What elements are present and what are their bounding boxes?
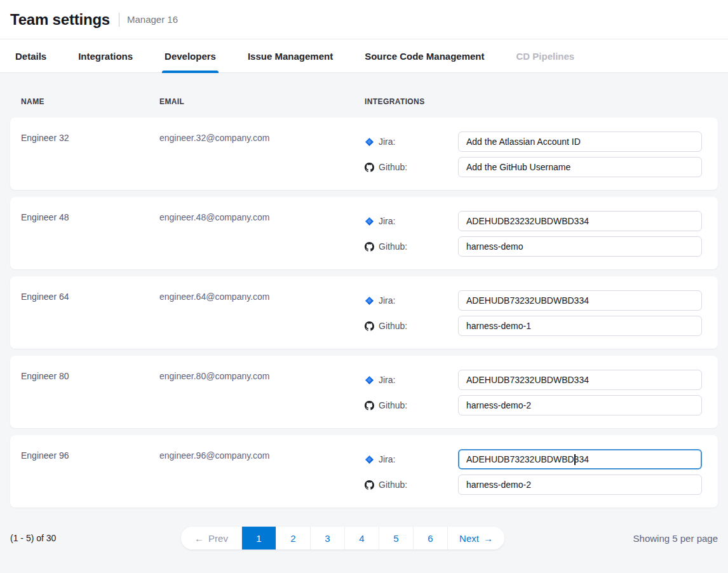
developer-email: engineer.32@company.com [159,131,365,190]
table-row: Engineer 96 engineer.96@company.com Jira… [10,435,718,508]
jira-label: Jira: [379,137,395,147]
developer-email: engineer.96@company.com [159,449,365,508]
page-subtitle: Manager 16 [127,14,178,25]
tab-source-code-management[interactable]: Source Code Management [365,39,484,73]
column-header-integrations: Integrations [365,97,728,106]
column-header-name: Name [21,97,159,106]
table-row: Engineer 48 engineer.48@company.com Jira… [10,197,718,269]
tabbar: Details Integrations Developers Issue Ma… [0,39,728,73]
jira-label: Jira: [379,454,395,464]
next-page-button[interactable]: Next → [447,527,504,549]
left-arrow-icon: ← [194,533,204,544]
per-page-text: Showing 5 per page [504,533,718,544]
table-row: Engineer 80 engineer.80@company.com Jira… [10,356,718,428]
jira-label: Jira: [379,216,395,226]
jira-account-input[interactable] [458,290,702,311]
page-button-1[interactable]: 1 [241,527,276,549]
page-button-5[interactable]: 5 [379,527,413,549]
github-label: Github: [379,321,407,331]
column-header-email: Email [159,97,365,106]
developers-panel: Name Email Integrations Engineer 32 engi… [0,73,728,573]
tab-details[interactable]: Details [15,39,46,73]
prev-page-button: ← Prev [181,527,241,549]
pagination-bar: (1 - 5) of 30 ← Prev 1 2 3 4 5 6 Next → … [0,527,728,549]
github-label: Github: [379,480,407,490]
table-row: Engineer 64 engineer.64@company.com Jira… [10,276,718,349]
jira-icon [365,296,374,306]
github-username-input[interactable] [458,157,702,177]
developer-name: Engineer 32 [21,131,159,190]
right-arrow-icon: → [483,533,493,544]
developer-email: engineer.48@company.com [159,211,365,269]
developer-email: engineer.80@company.com [159,370,365,428]
title-divider [119,13,119,27]
page-button-2[interactable]: 2 [276,527,310,549]
jira-icon [365,375,374,385]
github-label: Github: [379,400,407,410]
jira-icon [365,217,374,226]
github-icon [365,480,374,490]
tab-cd-pipelines: CD Pipelines [516,39,575,73]
text-caret [574,454,576,465]
github-username-input[interactable] [458,475,702,495]
github-username-input[interactable] [458,395,702,415]
github-label: Github: [379,241,407,252]
jira-icon [365,455,374,464]
table-header: Name Email Integrations [0,97,728,106]
tab-integrations[interactable]: Integrations [78,39,133,73]
jira-account-input[interactable] [458,211,702,231]
github-icon [365,163,374,172]
github-label: Github: [379,162,407,172]
jira-label: Jira: [379,295,395,306]
jira-icon [365,137,374,147]
jira-label: Jira: [379,375,395,385]
developer-name: Engineer 80 [21,370,159,428]
jira-account-input[interactable] [458,131,702,152]
github-icon [365,321,374,331]
table-row: Engineer 32 engineer.32@company.com Jira… [10,118,718,190]
page-button-6[interactable]: 6 [413,527,447,549]
developer-email: engineer.64@company.com [159,290,365,349]
jira-account-input[interactable] [458,370,702,390]
github-username-input[interactable] [458,236,702,257]
pager: ← Prev 1 2 3 4 5 6 Next → [181,527,504,549]
developer-name: Engineer 96 [21,449,159,508]
tab-developers[interactable]: Developers [165,39,216,73]
tab-issue-management[interactable]: Issue Management [248,39,333,73]
page-header: Team settings Manager 16 [0,0,728,39]
github-icon [365,401,374,410]
page-button-3[interactable]: 3 [310,527,344,549]
page-button-4[interactable]: 4 [344,527,379,549]
github-username-input[interactable] [458,316,702,336]
developer-name: Engineer 48 [21,211,159,269]
prev-label: Prev [208,533,228,544]
page-title: Team settings [10,11,110,29]
jira-account-input-focused[interactable] [458,449,702,469]
pagination-range: (1 - 5) of 30 [10,533,175,543]
github-icon [365,242,374,252]
next-label: Next [459,533,479,544]
developer-name: Engineer 64 [21,290,159,349]
